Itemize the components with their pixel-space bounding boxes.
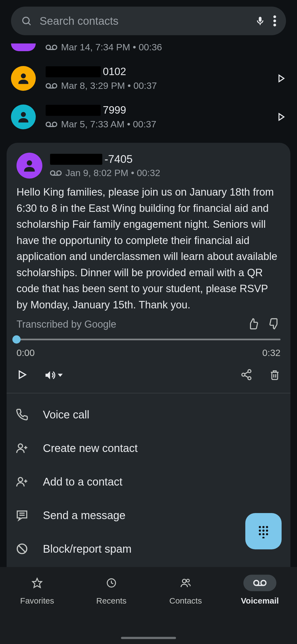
svg-point-42 — [259, 526, 261, 528]
voicemail-icon — [46, 121, 57, 128]
svg-point-50 — [266, 533, 268, 535]
svg-point-20 — [51, 171, 55, 175]
transcribed-by-label: Transcribed by Google — [16, 319, 116, 330]
nav-contacts[interactable]: Contacts — [148, 575, 223, 644]
voicemail-number-suffix: -7405 — [105, 153, 133, 165]
voicemail-icon — [50, 170, 62, 176]
action-block-spam[interactable]: Block/report spam — [11, 532, 286, 566]
svg-point-32 — [18, 444, 23, 448]
svg-marker-24 — [58, 374, 63, 377]
share-icon[interactable] — [240, 369, 252, 382]
svg-line-29 — [245, 376, 248, 377]
bottom-nav: Favorites Recents Contacts Voicemail — [0, 567, 297, 644]
nav-voicemail[interactable]: Voicemail — [223, 575, 297, 644]
svg-point-55 — [186, 579, 189, 582]
action-label: Send a message — [43, 509, 125, 522]
nav-label: Recents — [96, 596, 127, 605]
play-icon[interactable] — [276, 112, 286, 122]
action-add-to-contact[interactable]: Add to a contact — [11, 465, 286, 498]
more-menu-icon[interactable] — [273, 15, 276, 26]
svg-point-57 — [261, 580, 266, 585]
dialpad-fab[interactable] — [245, 513, 282, 549]
block-icon — [14, 542, 30, 555]
nav-label: Voicemail — [241, 596, 279, 605]
avatar — [11, 43, 36, 51]
voicemail-number-suffix: 7999 — [103, 104, 126, 116]
thumbs-up-icon[interactable] — [247, 318, 259, 331]
svg-point-35 — [18, 478, 23, 482]
action-create-contact[interactable]: Create new contact — [11, 431, 286, 465]
action-label: Create new contact — [43, 442, 138, 454]
svg-point-5 — [273, 24, 276, 26]
phone-icon — [14, 408, 30, 421]
voicemail-item-partial[interactable]: Mar 14, 7:34 PM • 00:36 — [11, 42, 286, 59]
voicemail-item[interactable]: 7999 Mar 5, 7:33 AM • 00:37 — [11, 98, 286, 136]
person-add-icon — [14, 442, 30, 454]
voicemail-subtitle: Jan 9, 8:02 PM • 00:32 — [65, 168, 160, 178]
svg-point-19 — [27, 160, 32, 166]
play-button[interactable] — [16, 369, 28, 381]
time-total: 0:32 — [262, 347, 280, 358]
svg-point-0 — [23, 17, 29, 24]
person-add-icon — [14, 475, 30, 488]
svg-marker-18 — [279, 114, 284, 120]
svg-point-46 — [262, 530, 265, 532]
action-label: Voice call — [43, 409, 89, 421]
svg-line-28 — [245, 372, 248, 374]
voicemail-expanded: -7405 Jan 9, 8:02 PM • 00:32 Hello King … — [7, 143, 290, 393]
action-label: Add to a contact — [43, 476, 122, 488]
action-label: Block/report spam — [43, 543, 131, 555]
voicemail-item[interactable]: 0102 Mar 8, 3:29 PM • 00:37 — [11, 59, 286, 98]
playback-slider[interactable] — [16, 339, 280, 340]
svg-line-1 — [28, 23, 31, 25]
svg-point-25 — [248, 370, 251, 373]
svg-marker-13 — [279, 75, 284, 82]
nav-label: Contacts — [169, 596, 202, 605]
svg-point-21 — [57, 171, 61, 175]
action-send-message[interactable]: Send a message — [11, 498, 286, 532]
mic-icon[interactable] — [255, 15, 266, 26]
svg-point-49 — [262, 533, 265, 535]
svg-point-16 — [53, 122, 57, 127]
time-current: 0:00 — [16, 347, 35, 358]
nav-label: Favorites — [20, 596, 54, 605]
svg-point-27 — [248, 377, 251, 380]
voicemail-subtitle: Mar 14, 7:34 PM • 00:36 — [61, 42, 162, 53]
home-indicator[interactable] — [121, 637, 176, 639]
thumbs-down-icon[interactable] — [268, 318, 280, 331]
speaker-button[interactable] — [44, 369, 63, 381]
action-voice-call[interactable]: Voice call — [11, 398, 286, 431]
redacted — [46, 105, 101, 116]
svg-point-43 — [262, 526, 265, 528]
delete-icon[interactable] — [269, 369, 280, 382]
voicemail-actions: Voice call Create new contact Add to a c… — [7, 393, 290, 577]
svg-point-9 — [21, 73, 26, 78]
nav-recents[interactable]: Recents — [74, 575, 148, 644]
search-input[interactable]: Search contacts — [40, 15, 247, 27]
svg-point-26 — [242, 373, 245, 376]
voicemail-icon — [46, 83, 57, 89]
voicemail-subtitle: Mar 5, 7:33 AM • 00:37 — [61, 119, 156, 130]
nav-favorites[interactable]: Favorites — [0, 575, 74, 644]
svg-rect-2 — [260, 24, 260, 25]
svg-point-44 — [266, 526, 268, 528]
avatar — [11, 105, 36, 129]
voicemail-number-suffix: 0102 — [103, 66, 126, 78]
svg-point-10 — [46, 84, 51, 88]
avatar — [11, 66, 36, 91]
svg-point-45 — [259, 530, 261, 532]
play-icon[interactable] — [276, 73, 286, 83]
svg-marker-52 — [32, 578, 42, 587]
svg-point-14 — [21, 112, 26, 117]
svg-point-56 — [254, 580, 259, 585]
search-bar[interactable]: Search contacts — [11, 7, 286, 35]
redacted — [46, 66, 101, 77]
svg-point-11 — [53, 84, 57, 88]
svg-point-48 — [259, 533, 261, 535]
svg-point-54 — [182, 579, 186, 583]
search-icon — [21, 15, 32, 26]
svg-point-7 — [53, 45, 57, 50]
avatar — [16, 153, 42, 179]
svg-point-51 — [262, 537, 265, 538]
transcript-text: Hello King families, please join us on J… — [16, 184, 280, 313]
